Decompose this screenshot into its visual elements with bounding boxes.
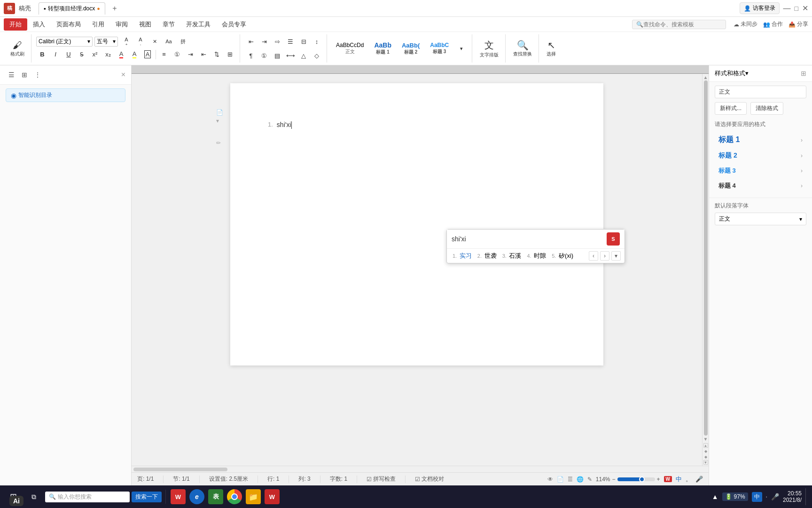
style-normal[interactable]: AaBbCcDd 正文 [332,40,368,56]
numbering-button[interactable]: ① [258,49,270,62]
paragraph-sort-button[interactable]: ⇅ [211,48,223,61]
document-page[interactable]: 1. shi'xi 📄 ▾ ✏ [230,83,603,365]
font-family-selector[interactable]: Calibri (正文) ▾ [36,37,93,47]
toc-view-toggle-1[interactable]: ☰ [6,69,17,80]
indent-decrease-button[interactable]: ⇤ [197,48,210,61]
underline-button[interactable]: U [62,48,75,61]
typography-button[interactable]: 文 文字排版 [477,35,501,62]
battery-indicator[interactable]: 🔋 97% [722,492,748,501]
margin-pencil-icon[interactable]: ✏ [216,140,221,146]
paragraph-mark-button[interactable]: ¶ [245,49,257,62]
pinyin-button[interactable]: 拼 [176,37,189,46]
taskbar-search-box[interactable]: 🔍 输入你想搜索 [45,492,130,502]
maximize-button[interactable]: □ [795,5,798,12]
italic-button[interactable]: I [49,48,62,61]
margin-dropdown-icon[interactable]: ▾ [216,118,223,124]
toc-close-button[interactable]: × [121,71,125,79]
text-box-button[interactable]: A [141,48,154,61]
tray-hide-icon[interactable]: ▲ [712,493,718,500]
tab-chapter[interactable]: 章节 [157,18,180,31]
tab-start[interactable]: 开始 [4,18,27,31]
tab-review[interactable]: 审阅 [110,18,133,31]
font-size-selector[interactable]: 五号 ▾ [94,37,118,47]
strikethrough-button[interactable]: S̶ [76,48,88,61]
margin-paragraph-icon[interactable]: 📄 [216,109,223,116]
scroll-select-prev-button[interactable]: ◆ [703,449,708,453]
voice-taskbar-icon[interactable]: 🎤 [771,493,779,500]
tab-devtools[interactable]: 开发工具 [180,18,216,31]
minimize-button[interactable]: — [783,4,791,13]
taskbar-wps-docs-app[interactable]: 表 [207,488,224,505]
font-style-button[interactable]: Aa [162,37,175,46]
styles-panel-icon[interactable]: ⊞ [801,70,806,77]
taskbar-explorer-app[interactable]: 📁 [245,488,262,505]
more-styles-button[interactable]: ▾ [455,35,468,62]
voice-input-icon[interactable]: 🎤 [695,476,703,483]
scroll-page-up-button[interactable]: ▲ [703,443,708,448]
ime-candidate-5[interactable]: 5. 矽(xi) [550,251,575,261]
border-button[interactable]: ⊞ [224,48,236,61]
find-replace-button[interactable]: 🔍 查找替换 [510,35,535,62]
text-direction-button[interactable]: ⟷ [284,49,297,62]
system-clock[interactable]: 20:55 2021/8/ [783,490,802,503]
default-para-select[interactable]: 正文 ▾ [715,213,806,225]
clear-format-button[interactable]: ✕ [148,37,161,46]
command-search-box[interactable]: 🔍 [632,20,726,29]
scroll-down-button[interactable]: ▼ [703,437,708,441]
scroll-thumb[interactable] [704,80,708,436]
ime-candidate-3[interactable]: 3. 石溪 [500,251,523,261]
shape-button[interactable]: △ [297,49,310,62]
indent-increase-button[interactable]: ⇥ [184,48,196,61]
view-mode-normal-icon[interactable]: 📄 [557,476,564,483]
vertical-scrollbar[interactable]: ▲ ▼ ▲ ◆ ◆ ▼ [702,74,709,466]
task-view-button[interactable]: ⧉ [24,487,43,506]
style-heading1[interactable]: AaBb 标题 1 [370,40,396,57]
taskbar-wps-main-app[interactable]: W [264,488,281,505]
taskbar-wps-app[interactable]: W [170,488,187,505]
view-mode-extra-icon[interactable]: ✎ [587,476,592,483]
h-scrollbar-thumb[interactable] [133,468,227,471]
visitor-login-button[interactable]: 👤 访客登录 [740,2,780,14]
horizontal-scrollbar[interactable] [132,466,709,472]
share-button[interactable]: 📤 分享 [789,20,808,28]
ime-next-button[interactable]: › [600,251,609,261]
toc-view-toggle-2[interactable]: ⊞ [19,69,30,80]
tab-page-layout[interactable]: 页面布局 [51,18,86,31]
new-style-button[interactable]: 新样式... [715,102,747,115]
tab-vip[interactable]: 会员专享 [216,18,252,31]
zoom-slider[interactable] [617,477,655,481]
font-color-button[interactable]: A [115,48,127,61]
format-painter-button[interactable]: 🖌 格式刷 [8,35,27,62]
taskbar-search-button[interactable]: 搜索一下 [132,492,162,502]
shape-fill-button[interactable]: ◇ [311,49,323,62]
scroll-select-next-button[interactable]: ◆ [703,454,708,459]
status-doc-compare[interactable]: ☑ 文档校对 [415,475,444,483]
line-spacing-button[interactable]: ↕ [311,35,323,48]
input-method-dot[interactable]: · [766,493,767,500]
style-list-heading3[interactable]: 标题 3 › [715,164,806,178]
ime-candidate-2[interactable]: 2. 世袭 [476,251,499,261]
align-right-button[interactable]: ⇨ [271,35,283,48]
font-size-increase-button[interactable]: A+ [120,37,133,46]
justify-button[interactable]: ☰ [284,35,297,48]
taskbar-ie-app[interactable]: e [188,488,205,505]
scroll-page-down-button[interactable]: ▼ [703,460,708,465]
shading-button[interactable]: ▤ [271,49,283,62]
toc-view-toggle-3[interactable]: ⋮ [32,69,43,80]
chinese-input-indicator[interactable]: 中 [676,475,682,484]
taskbar-chrome-app[interactable] [226,488,243,505]
doc-tab[interactable]: ▪ 转型项目经理.docx ● [39,2,105,15]
ime-candidate-1[interactable]: 1. 实习 [451,251,474,261]
align-left-button[interactable]: ⇤ [245,35,257,48]
tab-view[interactable]: 视图 [133,18,157,31]
ime-expand-button[interactable]: ▾ [611,251,621,261]
ai-button[interactable]: Ai [9,496,23,506]
clear-format-panel-button[interactable]: 清除格式 [750,102,783,115]
style-heading2[interactable]: AaBb( 标题 2 [398,40,424,57]
style-list-heading4[interactable]: 标题 4 › [715,179,806,193]
collab-button[interactable]: 👥 合作 [763,20,783,28]
smart-toc-button[interactable]: ◉ 智能识别目录 [6,88,125,102]
view-mode-web-icon[interactable]: 🌐 [577,476,584,483]
show-desktop-button[interactable] [805,488,808,505]
ime-candidate-4[interactable]: 4. 时隙 [525,251,548,261]
